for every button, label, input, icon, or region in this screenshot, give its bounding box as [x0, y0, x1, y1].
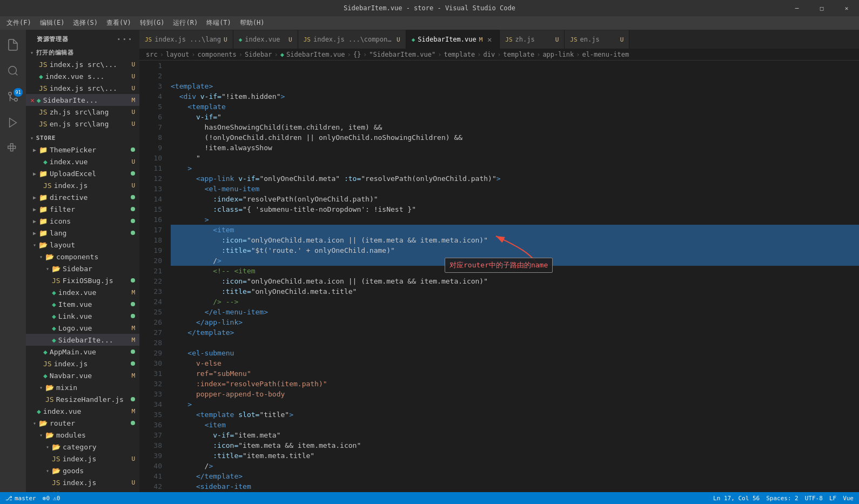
- tree-filter[interactable]: ▶ 📁 filter: [26, 203, 139, 215]
- ln-col-status[interactable]: Ln 17, Col 56: [713, 495, 760, 502]
- crumb-src[interactable]: src: [146, 51, 158, 58]
- line-ending-status[interactable]: LF: [829, 495, 836, 502]
- tree-item-vue[interactable]: ◆ Item.vue: [26, 298, 139, 310]
- errors-status[interactable]: ⊗ 0 ⚠ 0: [43, 495, 61, 502]
- activity-extensions[interactable]: [0, 136, 26, 162]
- tree-index-vue-1[interactable]: ◆ index.vue U: [26, 156, 139, 167]
- vue-icon-logo: ◆: [52, 324, 56, 332]
- tree-appmain-vue[interactable]: ◆ AppMain.vue: [26, 346, 139, 358]
- tree-index-js-cat[interactable]: JS index.js U: [26, 453, 139, 465]
- tree-layout[interactable]: ▾ 📂 layout: [26, 239, 139, 251]
- code-content[interactable]: <template> <div v-if="!item.hidden"> <te…: [166, 61, 859, 492]
- tab-zh-js[interactable]: JS zh.js U: [500, 30, 565, 49]
- close-editor-icon[interactable]: ✕: [30, 96, 35, 104]
- tree-router[interactable]: ▾ 📂 router: [26, 417, 139, 429]
- status-right: Ln 17, Col 56 Spaces: 2 UTF-8 LF Vue: [707, 495, 854, 502]
- code-line-10: <app-link v-if="onlyOneChild.meta" :to="…: [171, 173, 859, 184]
- crumb-applink[interactable]: app-link: [542, 51, 574, 58]
- git-branch-status[interactable]: ⎇ master: [5, 495, 36, 502]
- tree-index-vue-layout[interactable]: ◆ index.vue M: [26, 405, 139, 417]
- menu-item-e[interactable]: 编辑(E): [36, 17, 69, 29]
- crumb-template[interactable]: template: [444, 51, 475, 58]
- line-number-39: 39: [139, 451, 162, 461]
- activity-git[interactable]: 91: [0, 84, 26, 110]
- tree-report[interactable]: ▾ 📂 report: [26, 488, 139, 492]
- line-number-4: 4: [139, 91, 162, 102]
- tree-uploadexcel[interactable]: ▶ 📁 UploadExcel: [26, 167, 139, 179]
- tree-logo-vue[interactable]: ◆ Logo.vue M: [26, 322, 139, 334]
- menu-item-t[interactable]: 终端(T): [202, 17, 236, 29]
- vue-icon: ◆: [39, 72, 43, 80]
- maximize-button[interactable]: □: [809, 0, 834, 16]
- tree-index-js-ue[interactable]: JS index.js U: [26, 179, 139, 191]
- tree-index-vue-sidebar[interactable]: ◆ index.vue M: [26, 286, 139, 298]
- tree-icons[interactable]: ▶ 📁 icons: [26, 215, 139, 227]
- sidebar-more-button[interactable]: ···: [116, 34, 133, 44]
- menu-item-r[interactable]: 运行(R): [169, 17, 202, 29]
- menu-item-h[interactable]: 帮助(H): [236, 17, 269, 29]
- tree-modules[interactable]: ▾ 📂 modules: [26, 429, 139, 441]
- tree-themepicker[interactable]: ▶ 📁 ThemePicker: [26, 144, 139, 156]
- code-line-38: />: [171, 461, 859, 471]
- open-editor-item-5[interactable]: JS zh.js src\lang U: [26, 106, 139, 118]
- crumb-layout[interactable]: layout: [166, 51, 189, 58]
- crumb-braces[interactable]: {}: [353, 51, 361, 58]
- spaces-status[interactable]: Spaces: 2: [766, 495, 798, 502]
- js-icon-goods: JS: [52, 479, 61, 487]
- tree-link-vue[interactable]: ◆ Link.vue: [26, 310, 139, 322]
- activity-debug[interactable]: [0, 110, 26, 136]
- folder-icon-goods: 📂: [52, 467, 61, 475]
- open-editor-item-2[interactable]: ◆ index.vue s... U: [26, 70, 139, 82]
- tree-goods[interactable]: ▾ 📂 goods: [26, 465, 139, 476]
- tree-components[interactable]: ▾ 📂 components: [26, 251, 139, 263]
- tree-category[interactable]: ▾ 📂 category: [26, 441, 139, 453]
- tree-directive[interactable]: ▶ 📁 directive: [26, 191, 139, 203]
- open-editors-section[interactable]: ▾ 打开的编辑器: [26, 46, 139, 58]
- open-editor-item-3[interactable]: JS index.js src\... U: [26, 82, 139, 94]
- menu-item-s[interactable]: 选择(S): [69, 17, 102, 29]
- tree-index-js-layout[interactable]: JS index.js: [26, 358, 139, 369]
- menu-item-v[interactable]: 查看(V): [102, 17, 136, 29]
- tab-index-js-lang[interactable]: JS index.js ...\lang U: [139, 30, 233, 49]
- open-editor-item-6[interactable]: JS en.js src\lang U: [26, 118, 139, 130]
- crumb-div[interactable]: div: [483, 51, 495, 58]
- sidebar-tree[interactable]: ▾ 打开的编辑器 JS index.js src\... U ◆ index.v…: [26, 46, 139, 492]
- crumb-template2[interactable]: template: [503, 51, 534, 58]
- tab-en-js[interactable]: JS en.js U: [565, 30, 629, 49]
- tree-lang[interactable]: ▶ 📁 lang: [26, 227, 139, 239]
- tree-sidebar[interactable]: ▾ 📂 Sidebar: [26, 263, 139, 274]
- crumb-sidebaritem[interactable]: SidebarItem.vue: [286, 51, 345, 58]
- crumb-components[interactable]: components: [198, 51, 237, 58]
- svg-rect-6: [10, 144, 13, 146]
- tree-mixin[interactable]: ▾ 📂 mixin: [26, 381, 139, 393]
- open-editor-item-1[interactable]: JS index.js src\... U: [26, 58, 139, 70]
- crumb-elmenuitem[interactable]: el-menu-item: [582, 51, 629, 58]
- tree-navbar-vue[interactable]: ◆ Navbar.vue M: [26, 369, 139, 381]
- line-number-20: 20: [139, 256, 162, 266]
- store-section[interactable]: ▾ STORE: [26, 132, 139, 144]
- tree-resizehandler[interactable]: JS ResizeHandler.js: [26, 393, 139, 405]
- code-line-11: <el-menu-item: [171, 184, 859, 194]
- tab-icon-4: ◆: [412, 36, 415, 43]
- tree-sidebaritem-vue[interactable]: ◆ SidebarIte... M: [26, 334, 139, 346]
- activity-files[interactable]: [0, 32, 26, 58]
- encoding-status[interactable]: UTF-8: [805, 495, 823, 502]
- tab-close-button[interactable]: ✕: [485, 35, 494, 44]
- crumb-quoted[interactable]: "SidebarItem.vue": [369, 51, 435, 58]
- tree-fixiosbug[interactable]: JS FixiOSBug.js: [26, 274, 139, 286]
- dot-badge-item: [131, 302, 135, 306]
- folder-icon-1: 📁: [39, 146, 48, 154]
- tree-index-js-goods[interactable]: JS index.js U: [26, 476, 139, 488]
- menu-item-g[interactable]: 转到(G): [136, 17, 169, 29]
- tab-index-js-comp[interactable]: JS index.js ...\components U: [298, 30, 406, 49]
- tab-sidebaritem[interactable]: ◆ SidebarItem.vue M ✕: [406, 30, 500, 49]
- open-editor-item-4[interactable]: ✕ ◆ SidebarIte... M: [26, 94, 139, 106]
- menu-item-f[interactable]: 文件(F): [2, 17, 36, 29]
- line-number-27: 27: [139, 327, 162, 338]
- tab-index-vue[interactable]: ◆ index.vue U: [233, 30, 298, 49]
- close-button[interactable]: ✕: [834, 0, 859, 16]
- activity-search[interactable]: [0, 58, 26, 84]
- crumb-sidebar[interactable]: Sidebar: [245, 51, 272, 58]
- minimize-button[interactable]: ─: [784, 0, 809, 16]
- language-status[interactable]: Vue: [843, 495, 854, 502]
